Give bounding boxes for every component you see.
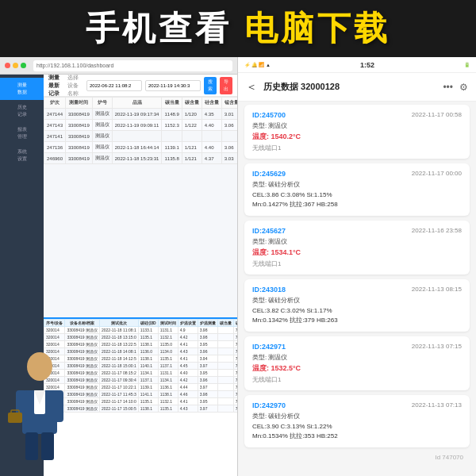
history-card[interactable]: ID:2429712022-11-13 07:15类型: 测温仪温度: 1532…	[244, 336, 470, 390]
banner-part1: 手机查看	[86, 10, 244, 47]
table-cell: 2022-11-19 09:17:34	[112, 109, 162, 120]
browser-bar: http://192.168.1.100/dashboard	[0, 57, 237, 75]
back-button[interactable]: ＜	[246, 80, 257, 94]
spreadsheet-cell: 1135.1	[138, 398, 158, 405]
date-to-input[interactable]	[145, 80, 201, 91]
history-record-value: 温度: 1532.5°C	[252, 363, 462, 374]
spreadsheet-cell: 4.41	[178, 398, 198, 405]
table-cell: 1135.8	[162, 153, 182, 164]
spreadsheet-cell	[217, 391, 233, 398]
table-cell	[162, 131, 182, 142]
search-button[interactable]: 搜索	[204, 77, 217, 94]
browser-url[interactable]: http://192.168.1.100/dashboard	[33, 60, 232, 71]
sidebar-item-measure[interactable]: 测量数据	[0, 78, 44, 100]
spreadsheet-cell: 1134.1	[138, 370, 158, 377]
status-time: 1:52	[360, 61, 374, 69]
history-card[interactable]: ID:2457002022-11-17 00:58类型: 测温仪温度: 1540…	[244, 105, 470, 159]
spreadsheet-cell: 4.45	[178, 363, 198, 370]
history-record-time: 2022-11-13 07:15	[412, 343, 462, 350]
table-body: 24714433008419测温仪2022-11-19 09:17:341148…	[44, 109, 238, 164]
history-record-type: 类型: 测温仪	[252, 121, 462, 130]
table-cell: 247143	[44, 120, 66, 131]
spreadsheet-cell: 4.44	[178, 384, 198, 391]
spreadsheet-cell: 1134.0	[158, 348, 178, 355]
history-record-id: ID:242971	[252, 343, 286, 351]
spreadsheet-cell: 4.41	[178, 341, 198, 348]
banner-part2: 电脑下载	[244, 10, 390, 47]
history-record-value: 温度: 1540.2°C	[252, 132, 462, 142]
table-cell: 1139.1	[162, 142, 182, 153]
history-record-type: 类型: 碳硅分析仪	[252, 412, 462, 420]
table-cell: 1/122	[182, 120, 202, 131]
spreadsheet-cell: 2022-11-18 14:12:5	[100, 355, 139, 363]
spreadsheet-cell: 1139.1	[138, 384, 158, 391]
spreadsheet-cell: 2022-11-17 08:15:2	[100, 370, 139, 377]
history-record-type: 类型: 碳硅分析仪	[252, 296, 462, 305]
table-cell: 247144	[44, 109, 66, 120]
sidebar-item-settings[interactable]: 系统设置	[0, 144, 44, 167]
spreadsheet-header-row: 序号/设备设备名称/档案测试批次碳硅仪ID测试时间炉温设置炉温测量碳当量碳含量碳…	[44, 320, 238, 327]
app-title: 历史数据 32000128	[263, 81, 436, 93]
history-record-time: 2022-11-16 23:58	[412, 227, 462, 234]
spreadsheet-cell: 33008419 测温仪	[65, 327, 100, 334]
sidebar-item-report[interactable]: 报表管理	[0, 122, 44, 144]
history-card[interactable]: ID:2430182022-11-13 08:15类型: 碳硅分析仪CEL:3.…	[244, 279, 470, 332]
table-row: 24714333008419测温仪2022-11-19 09:09:111152…	[44, 120, 238, 131]
date-from-input[interactable]	[86, 80, 142, 91]
menu-icon[interactable]: •••	[443, 82, 453, 93]
history-record-id: ID:245629	[252, 170, 286, 178]
history-record-analysis: CEL:3.90 C:3.13% Si:1.22% Mn:0.1534% 抗拉:…	[252, 422, 462, 441]
spreadsheet-cell: 700	[233, 348, 237, 355]
svg-point-0	[27, 352, 52, 381]
spreadsheet-row: 32001433008419 测温仪2022-11-18 13:22:51138…	[44, 341, 238, 348]
sidebar-item-history[interactable]: 历史记录	[0, 100, 44, 122]
browser-close-dot[interactable]	[5, 63, 10, 68]
spreadsheet-cell: 700	[233, 327, 237, 334]
spreadsheet-row: 32001433008419 测温仪2022-11-18 11:08:11133…	[44, 327, 238, 334]
footer-id: Id 747070	[244, 452, 470, 463]
table-cell: 2022-11-18 16:44:14	[112, 142, 162, 153]
table-cell: 4.37	[202, 153, 221, 164]
spreadsheet-cell: 3.95	[198, 341, 217, 348]
spreadsheet-cell: 4.46	[178, 391, 198, 398]
spreadsheet-cell	[217, 405, 233, 413]
spreadsheet-cell: 700	[233, 341, 237, 348]
spreadsheet-cell: 1131.1	[158, 327, 178, 334]
status-left-icons: ⚡ 🔔 📶 ▲	[244, 62, 271, 67]
spreadsheet-cell: 700	[233, 405, 237, 413]
spreadsheet-cell: 2022-11-18 11:08:1	[100, 327, 139, 334]
history-card[interactable]: ID:2456292022-11-17 00:00类型: 碳硅分析仪CEL:3.…	[244, 163, 470, 216]
person-overlay	[0, 349, 79, 476]
table-cell: 33008419	[66, 131, 93, 142]
browser-max-dot[interactable]	[21, 63, 26, 68]
table-cell: 测温仪	[92, 109, 112, 120]
table-row: 24714133008419测温仪1307.8详情	[44, 131, 238, 142]
spreadsheet-cell: 700	[233, 370, 237, 377]
svg-rect-4	[25, 432, 38, 460]
spreadsheet-cell: 700	[233, 391, 237, 398]
spreadsheet-cell: 4.42	[178, 334, 198, 341]
spreadsheet-cell: 3.97	[198, 363, 217, 370]
spreadsheet-cell	[217, 377, 233, 384]
table-cell: 1/121	[182, 153, 202, 164]
browser-min-dot[interactable]	[13, 63, 18, 68]
history-card[interactable]: ID:2429702022-11-13 07:13类型: 碳硅分析仪CEL:3.…	[244, 395, 470, 447]
export-button[interactable]: 导出	[220, 77, 232, 94]
table-cell	[112, 131, 162, 142]
spreadsheet-cell: 700	[233, 363, 237, 370]
table-cell: 1/121	[182, 142, 202, 153]
table-cell: 4.40	[202, 120, 221, 131]
spreadsheet-cell: 33008419 测温仪	[65, 341, 100, 348]
table-cell: 测温仪	[92, 120, 112, 131]
history-record-port: 无线端口1	[252, 375, 462, 384]
table-row: 24696033008419测温仪2022-11-18 15:23:311135…	[44, 153, 238, 164]
history-record-id: ID:243018	[252, 286, 286, 294]
settings-icon[interactable]: ⚙	[459, 82, 468, 93]
history-record-time: 2022-11-13 08:15	[412, 286, 462, 293]
spreadsheet-cell: 1137.1	[138, 377, 158, 384]
svg-rect-5	[41, 432, 54, 460]
spreadsheet-cell: 1131.1	[158, 370, 178, 377]
history-card[interactable]: ID:2456272022-11-16 23:58类型: 测温仪温度: 1534…	[244, 221, 470, 274]
table-cell	[202, 131, 221, 142]
spreadsheet-cell: 2022-11-17 15:00:5	[100, 405, 139, 413]
